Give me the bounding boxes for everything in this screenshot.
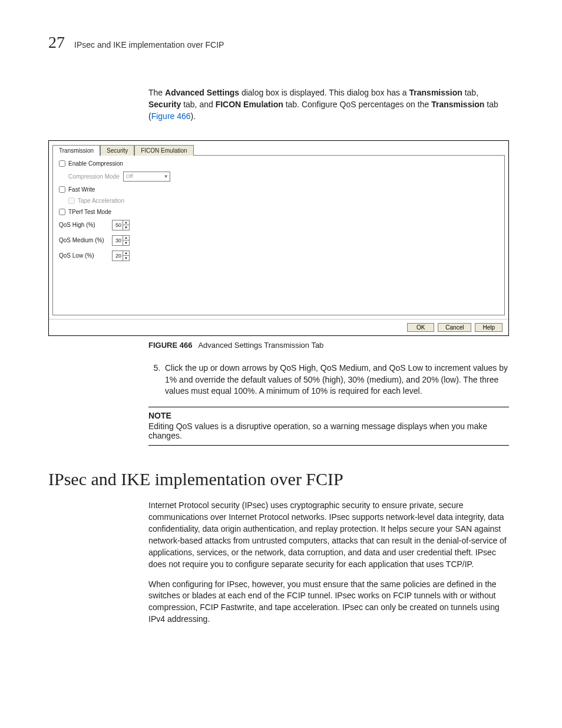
compression-mode-row: Compression Mode Off ▼ bbox=[68, 172, 498, 182]
arrow-down-icon[interactable]: ▼ bbox=[123, 225, 129, 230]
qos-medium-stepper[interactable]: 30 ▲▼ bbox=[112, 235, 130, 246]
intro-paragraph: The Advanced Settings dialog box is disp… bbox=[148, 87, 509, 123]
tperf-test-mode-checkbox[interactable]: TPerf Test Mode bbox=[59, 209, 498, 215]
help-button[interactable]: Help bbox=[475, 323, 503, 332]
tab-security[interactable]: Security bbox=[100, 145, 134, 156]
qos-high-stepper[interactable]: 50 ▲▼ bbox=[112, 220, 130, 230]
qos-low-row: QoS Low (%) 20 ▲▼ bbox=[59, 251, 498, 261]
ok-button[interactable]: OK bbox=[407, 323, 434, 332]
dialog-tabbar: Transmission Security FICON Emulation bbox=[49, 141, 508, 155]
figure-link[interactable]: Figure 466 bbox=[151, 111, 191, 121]
tape-acceleration-checkbox[interactable]: Tape Acceleration bbox=[68, 197, 498, 204]
qos-high-label: QoS High (%) bbox=[59, 222, 108, 228]
advanced-settings-figure: Transmission Security FICON Emulation En… bbox=[48, 140, 509, 336]
tab-ficon-emulation[interactable]: FICON Emulation bbox=[134, 145, 193, 156]
fast-write-checkbox[interactable]: Fast Write bbox=[59, 186, 498, 193]
figure-caption: FIGURE 466Advanced Settings Transmission… bbox=[148, 341, 509, 350]
advanced-settings-dialog: Transmission Security FICON Emulation En… bbox=[48, 140, 509, 336]
body-paragraph-2: When configuring for IPsec, however, you… bbox=[148, 579, 509, 626]
note-label: NOTE bbox=[148, 411, 509, 420]
checkbox-icon[interactable] bbox=[59, 160, 65, 167]
arrow-down-icon[interactable]: ▼ bbox=[123, 241, 129, 245]
chapter-title: IPsec and IKE implementation over FCIP bbox=[74, 40, 224, 50]
note-block: NOTE Editing QoS values is a disruptive … bbox=[148, 407, 509, 446]
qos-medium-row: QoS Medium (%) 30 ▲▼ bbox=[59, 235, 498, 246]
note-body: Editing QoS values is a disruptive opera… bbox=[148, 421, 487, 440]
enable-compression-checkbox[interactable]: Enable Compression bbox=[59, 160, 498, 167]
section-heading: IPsec and IKE implementation over FCIP bbox=[48, 469, 509, 489]
chevron-down-icon: ▼ bbox=[164, 174, 168, 179]
checkbox-icon[interactable] bbox=[59, 186, 65, 193]
tab-transmission[interactable]: Transmission bbox=[52, 145, 100, 156]
arrow-down-icon[interactable]: ▼ bbox=[123, 256, 129, 261]
running-header: 27 IPsec and IKE implementation over FCI… bbox=[48, 33, 509, 52]
qos-low-label: QoS Low (%) bbox=[59, 252, 108, 259]
arrow-up-icon[interactable]: ▲ bbox=[123, 220, 129, 226]
checkbox-icon[interactable] bbox=[59, 209, 65, 215]
qos-low-stepper[interactable]: 20 ▲▼ bbox=[112, 251, 130, 261]
transmission-tabpane: Enable Compression Compression Mode Off … bbox=[52, 155, 505, 315]
arrow-up-icon[interactable]: ▲ bbox=[123, 236, 129, 241]
dialog-button-row: OK Cancel Help bbox=[49, 319, 508, 335]
arrow-up-icon[interactable]: ▲ bbox=[123, 251, 129, 256]
qos-medium-label: QoS Medium (%) bbox=[59, 237, 108, 243]
step-list: Click the up or down arrows by QoS High,… bbox=[148, 363, 509, 398]
body-paragraph-1: Internet Protocol security (IPsec) uses … bbox=[148, 500, 509, 570]
cancel-button[interactable]: Cancel bbox=[438, 323, 471, 332]
checkbox-icon[interactable] bbox=[68, 197, 75, 204]
qos-high-row: QoS High (%) 50 ▲▼ bbox=[59, 220, 498, 230]
compression-mode-dropdown[interactable]: Off ▼ bbox=[123, 172, 170, 182]
chapter-number: 27 bbox=[48, 33, 65, 52]
step-5: Click the up or down arrows by QoS High,… bbox=[163, 363, 509, 398]
